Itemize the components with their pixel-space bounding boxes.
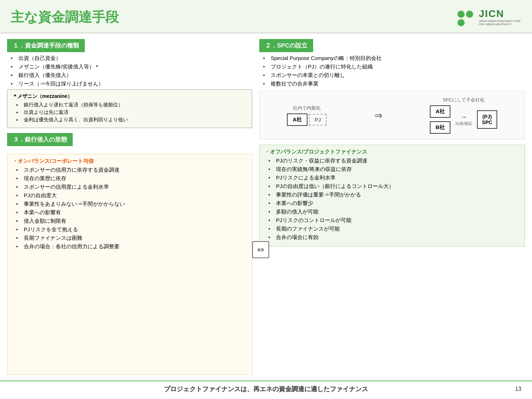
- list-item: 借入金額に制限有: [16, 218, 247, 225]
- diagram-spc: SPCにして子会社化 A社 B社 → 出資/保証: [430, 97, 497, 134]
- list-item: 長期のファイナンスが可能: [268, 226, 520, 232]
- list-item: PJの自由度は低い（銀行によるコントロール大）: [268, 183, 520, 190]
- list-item: PJリスクを全て抱える: [16, 226, 247, 233]
- spc-diagram: 社内で内製化 A社 PJ ⇒ SPCにして子会社化 A社 B社: [259, 91, 525, 140]
- off-balance-list: PJのリスク・収益に依存する資金調達 現在の実績無/将来の収益に依存 PJリスク…: [265, 157, 520, 241]
- section1-box: １．資金調達手段の種類 出資（自己資金） メザニン（優先株/劣後借入等）＊ 銀行…: [7, 39, 252, 128]
- logo-label: JICN: [479, 8, 521, 20]
- list-item: プロジェクト（PJ）の遂行に特化した組織: [263, 63, 525, 70]
- list-item: 金利は優先借入より高く、出資利回りより低い: [16, 117, 247, 123]
- internalize-group: A社 PJ: [287, 113, 326, 126]
- svg-point-1: [466, 11, 473, 18]
- list-item: 複数社での合弁事業: [263, 81, 525, 87]
- list-item: 事業性をあまりみない⇒手間がかからない: [16, 201, 247, 207]
- list-item: PJの自由度大: [16, 192, 247, 199]
- list-item: 出資よりは先に返済: [16, 109, 247, 116]
- section1-list: 出資（自己資金） メザニン（優先株/劣後借入等）＊ 銀行借入（優先借入） リース…: [7, 55, 252, 87]
- list-item: 本業への影響少: [268, 200, 520, 207]
- list-item: 銀行借入（優先借入）: [11, 72, 252, 79]
- spc-box-line1: (PJ): [482, 114, 492, 120]
- arrow-group: → 出資/保証: [455, 113, 472, 126]
- list-item: PJリスクによる金利水準: [268, 174, 520, 181]
- internalize-label: 社内で内製化: [293, 105, 321, 111]
- pj-box: PJ: [309, 114, 327, 126]
- spc-group: A社 B社 → 出資/保証 (PJ) SPC: [430, 105, 497, 134]
- list-item: 出資（自己資金）: [11, 55, 252, 62]
- logo-area: JICN JAPAN GREEN INVESTMENT CORP. FOR CA…: [455, 6, 521, 28]
- section1-header: １．資金調達手段の種類: [7, 39, 85, 52]
- diagram-internalize: 社内で内製化 A社 PJ: [287, 105, 326, 126]
- list-item: 現在の業歴に依存: [16, 175, 247, 182]
- spc-label-top: SPCにして子会社化: [443, 97, 484, 103]
- page-title: 主な資金調達手段: [11, 8, 119, 26]
- on-balance-title: ・オンバランス/コーポレート与信: [12, 158, 247, 165]
- spc-box-line2: SPC: [482, 120, 492, 125]
- list-item: PJのリスク・収益に依存する資金調達: [268, 157, 520, 164]
- svg-point-2: [458, 19, 465, 26]
- list-item: 合弁の場合：各社の信用力による調整要: [16, 243, 247, 250]
- section2-list: Special Purpose Companyの略：特別目的会社 プロジェクト（…: [259, 55, 525, 87]
- spc-box: (PJ) SPC: [477, 110, 497, 129]
- arrow-label: 出資/保証: [455, 121, 472, 126]
- logo-text-group: JICN JAPAN GREEN INVESTMENT CORP. FOR CA…: [479, 8, 521, 26]
- list-item: スポンサーの信用力に依存する資金調達: [16, 167, 247, 173]
- company-b-box: B社: [430, 121, 450, 134]
- jicn-logo-icon: [455, 6, 476, 28]
- company-a-box: A社: [287, 113, 307, 126]
- on-balance-box: ・オンバランス/コーポレート与信 スポンサーの信用力に依存する資金調達 現在の業…: [7, 154, 252, 375]
- list-item: 合弁の場合に有効: [268, 234, 520, 241]
- on-balance-list: スポンサーの信用力に依存する資金調達 現在の業歴に依存 スポンサーの信用度による…: [12, 167, 247, 250]
- header: 主な資金調達手段 JICN JAPAN GREEN INVESTMENT COR…: [0, 0, 532, 33]
- left-column: １．資金調達手段の種類 出資（自己資金） メザニン（優先株/劣後借入等）＊ 銀行…: [7, 39, 252, 375]
- company-a3-box: A社: [430, 105, 450, 118]
- double-arrow-icon: ⇔: [252, 241, 269, 258]
- list-item: 多額の借入が可能: [268, 209, 520, 215]
- off-balance-title: ・オフバランス/プロジェクトファイナンス: [265, 149, 520, 155]
- list-item: 長期ファイナンスは困難: [16, 235, 247, 242]
- list-item: 銀行借入より遅れて返済（担保等も後順位）: [16, 102, 247, 108]
- footer-text: プロジェクトファイナンスは、再エネの資金調達に適したファイナンス: [164, 385, 368, 393]
- page-number: 13: [515, 386, 521, 392]
- arrow-right-icon: →: [460, 113, 467, 121]
- list-item: PJリスクのコントロールが可能: [268, 217, 520, 224]
- companies-col: A社 B社: [430, 105, 450, 134]
- mezzanine-list: 銀行借入より遅れて返済（担保等も後順位） 出資よりは先に返済 金利は優先借入より…: [12, 102, 247, 123]
- right-column: ２．SPCの設立 Special Purpose Companyの略：特別目的会…: [259, 39, 525, 375]
- list-item: メザニン（優先株/劣後借入等）＊: [11, 63, 252, 70]
- list-item: 事業性の評価は重要⇒手間がかかる: [268, 192, 520, 198]
- list-item: 現在の実績無/将来の収益に依存: [268, 166, 520, 173]
- section3-header: ３．銀行借入の形態: [7, 133, 73, 146]
- mezzanine-box: ＊メザニン（mezzanine） 銀行借入より遅れて返済（担保等も後順位） 出資…: [7, 89, 252, 128]
- list-item: リース（⇒今回は採り上げません）: [11, 81, 252, 87]
- mezzanine-title: ＊メザニン（mezzanine）: [12, 93, 247, 100]
- list-item: 本業への影響有: [16, 209, 247, 216]
- section2-header: ２．SPCの設立: [259, 39, 313, 52]
- list-item: Special Purpose Companyの略：特別目的会社: [263, 55, 525, 62]
- section2-box: ２．SPCの設立 Special Purpose Companyの略：特別目的会…: [259, 39, 525, 140]
- svg-point-0: [458, 11, 465, 18]
- main-content: １．資金調達手段の種類 出資（自己資金） メザニン（優先株/劣後借入等）＊ 銀行…: [0, 33, 532, 381]
- list-item: スポンサーの信用度による金利水準: [16, 184, 247, 190]
- off-balance-section: ・オフバランス/プロジェクトファイナンス PJのリスク・収益に依存する資金調達 …: [259, 145, 525, 246]
- off-balance-box: ・オフバランス/プロジェクトファイナンス PJのリスク・収益に依存する資金調達 …: [259, 145, 525, 246]
- list-item: スポンサーの本業との切り離し: [263, 72, 525, 79]
- section3-header-box: ３．銀行借入の形態: [7, 133, 252, 149]
- logo-subtitle: JAPAN GREEN INVESTMENT CORP. FOR CARBON …: [479, 20, 521, 26]
- footer: プロジェクトファイナンスは、再エネの資金調達に適したファイナンス 13: [0, 381, 532, 397]
- middle-arrow-icon: ⇒: [374, 110, 382, 121]
